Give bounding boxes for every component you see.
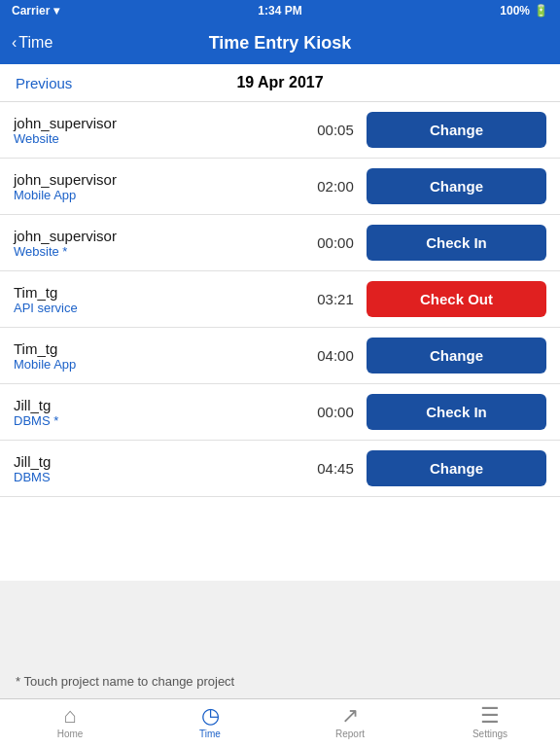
change-button-0[interactable]: Change — [367, 112, 546, 148]
entry-info: Jill_tgDBMS * — [14, 397, 304, 428]
page-title: Time Entry Kiosk — [209, 33, 352, 53]
entry-username: Jill_tg — [14, 397, 304, 413]
entry-username: john_supervisor — [14, 228, 304, 244]
entry-project[interactable]: DBMS * — [14, 413, 304, 428]
table-row: Jill_tgDBMS04:45Change — [0, 441, 560, 497]
tab-time-label: Time — [199, 729, 221, 739]
table-row: john_supervisorMobile App02:00Change — [0, 159, 560, 215]
table-row: Tim_tgMobile App04:00Change — [0, 328, 560, 384]
change-button-6[interactable]: Change — [367, 450, 546, 486]
entry-username: Tim_tg — [14, 340, 304, 357]
entry-time: 00:05 — [312, 122, 359, 138]
back-label: Time — [18, 34, 52, 52]
entry-username: john_supervisor — [14, 171, 304, 188]
battery-icon: 🔋 — [534, 4, 548, 18]
checkin-button-5[interactable]: Check In — [367, 394, 546, 430]
checkout-button-3[interactable]: Check Out — [367, 281, 546, 317]
entry-info: john_supervisorWebsite — [14, 115, 304, 146]
change-button-4[interactable]: Change — [367, 338, 546, 374]
table-row: Jill_tgDBMS *00:00Check In — [0, 384, 560, 441]
home-icon: ⌂ — [63, 705, 76, 727]
entry-project: DBMS — [14, 470, 304, 484]
entry-time: 00:00 — [312, 404, 359, 420]
nav-bar: ‹ Time Time Entry Kiosk — [0, 21, 560, 64]
back-button[interactable]: ‹ Time — [12, 34, 52, 52]
tab-home-label: Home — [57, 729, 84, 739]
entry-time: 00:00 — [312, 234, 359, 251]
status-right: 100% 🔋 — [500, 4, 548, 18]
entry-info: Tim_tgMobile App — [14, 340, 304, 372]
entry-username: Tim_tg — [14, 284, 304, 301]
table-row: john_supervisorWebsite00:05Change — [0, 102, 560, 159]
date-row: Previous 19 Apr 2017 — [0, 64, 560, 102]
settings-icon: ☰ — [480, 705, 500, 727]
entry-time: 04:45 — [312, 460, 359, 477]
entry-time: 03:21 — [312, 291, 359, 307]
previous-button[interactable]: Previous — [16, 75, 72, 91]
time-icon: ◷ — [201, 705, 220, 727]
entry-project[interactable]: Website * — [14, 244, 304, 259]
date-label: 19 Apr 2017 — [236, 74, 323, 91]
report-icon: ↗ — [341, 705, 359, 727]
table-row: john_supervisorWebsite *00:00Check In — [0, 215, 560, 271]
entry-project: Mobile App — [14, 188, 304, 202]
entry-username: Jill_tg — [14, 453, 304, 470]
battery-label: 100% — [500, 4, 530, 18]
footer-note: * Touch project name to change project — [0, 664, 560, 698]
entry-username: john_supervisor — [14, 115, 304, 131]
entry-project: Website — [14, 131, 304, 146]
tab-home[interactable]: ⌂Home — [41, 705, 99, 739]
chevron-left-icon: ‹ — [12, 34, 17, 52]
tab-bar: ⌂Home◷Time↗Report☰Settings — [0, 698, 560, 747]
tab-settings-label: Settings — [472, 729, 508, 739]
status-left: Carrier ▾ — [12, 4, 59, 18]
entry-info: Jill_tgDBMS — [14, 453, 304, 484]
table-row: Tim_tgAPI service03:21Check Out — [0, 271, 560, 328]
entry-time: 02:00 — [312, 178, 359, 195]
entry-info: john_supervisorWebsite * — [14, 228, 304, 259]
tab-time[interactable]: ◷Time — [181, 705, 239, 739]
change-button-1[interactable]: Change — [367, 168, 546, 204]
checkin-button-2[interactable]: Check In — [367, 225, 546, 261]
entry-info: Tim_tgAPI service — [14, 284, 304, 315]
spacer — [0, 581, 560, 664]
entry-project: Mobile App — [14, 357, 304, 372]
carrier-label: Carrier — [12, 4, 50, 18]
tab-report[interactable]: ↗Report — [321, 705, 379, 739]
status-time: 1:34 PM — [258, 4, 301, 18]
tab-report-label: Report — [335, 729, 365, 739]
entry-project: API service — [14, 301, 304, 315]
entry-info: john_supervisorMobile App — [14, 171, 304, 202]
entry-time: 04:00 — [312, 347, 359, 364]
wifi-icon: ▾ — [53, 4, 59, 18]
entries-list: john_supervisorWebsite00:05Changejohn_su… — [0, 102, 560, 581]
tab-settings[interactable]: ☰Settings — [461, 705, 519, 739]
status-bar: Carrier ▾ 1:34 PM 100% 🔋 — [0, 0, 560, 21]
